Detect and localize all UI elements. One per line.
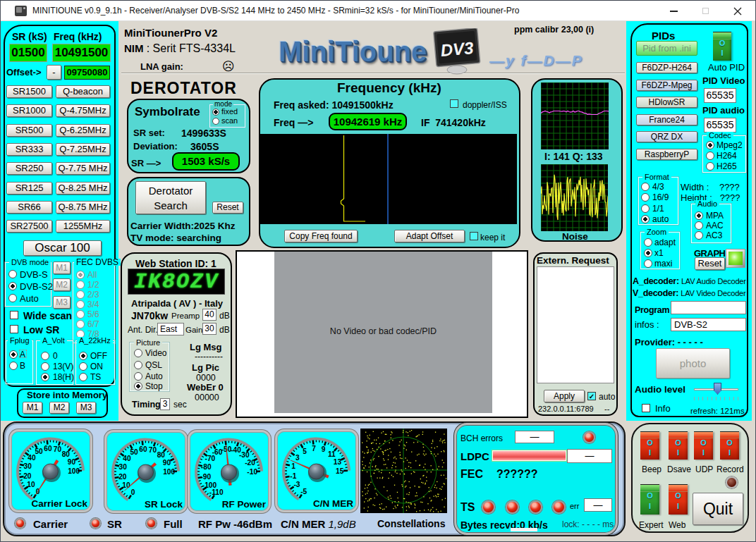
svg-text:-3: -3 [293,481,300,488]
svg-text:15: 15 [336,467,344,475]
svg-text:50: 50 [130,448,138,456]
svg-text:11: 11 [328,450,336,458]
svg-text:100: 100 [163,468,175,476]
svg-text:9: 9 [322,445,326,453]
svg-text:10: 10 [122,481,130,489]
svg-text:80: 80 [62,450,71,458]
svg-text:RF Power: RF Power [222,499,267,510]
svg-text:70: 70 [149,446,157,454]
svg-text:5: 5 [303,448,307,455]
svg-text:SR Lock: SR Lock [145,499,183,510]
svg-text:100: 100 [68,467,80,475]
svg-text:-5: -5 [300,488,307,495]
svg-text:-30: -30 [239,451,250,459]
svg-text:60: 60 [139,445,147,453]
svg-text:3: 3 [295,454,300,462]
svg-text:0: 0 [131,488,135,496]
svg-text:20: 20 [23,472,32,480]
svg-text:-1: -1 [290,472,296,480]
svg-text:80: 80 [157,451,166,459]
svg-text:90: 90 [163,459,171,467]
svg-text:-90: -90 [200,473,211,481]
svg-text:Carrier Lock: Carrier Lock [31,498,87,509]
svg-text:C/N MER: C/N MER [313,498,353,509]
svg-text:30: 30 [119,463,128,471]
svg-text:-110: -110 [209,488,224,496]
svg-text:10: 10 [27,481,35,488]
svg-text:7: 7 [312,445,316,452]
svg-text:-100: -100 [202,481,217,489]
svg-text:50: 50 [35,448,43,455]
svg-text:1: 1 [291,462,295,470]
svg-text:-80: -80 [201,463,212,471]
svg-text:13: 13 [334,458,342,466]
svg-text:DV3: DV3 [440,38,475,60]
svg-text:-10: -10 [247,468,257,476]
svg-text:90: 90 [68,458,76,466]
svg-text:70: 70 [54,445,62,453]
svg-text:30: 30 [24,462,32,470]
svg-text:-20: -20 [245,459,255,467]
svg-text:60: 60 [44,445,52,452]
svg-text:20: 20 [118,473,127,481]
